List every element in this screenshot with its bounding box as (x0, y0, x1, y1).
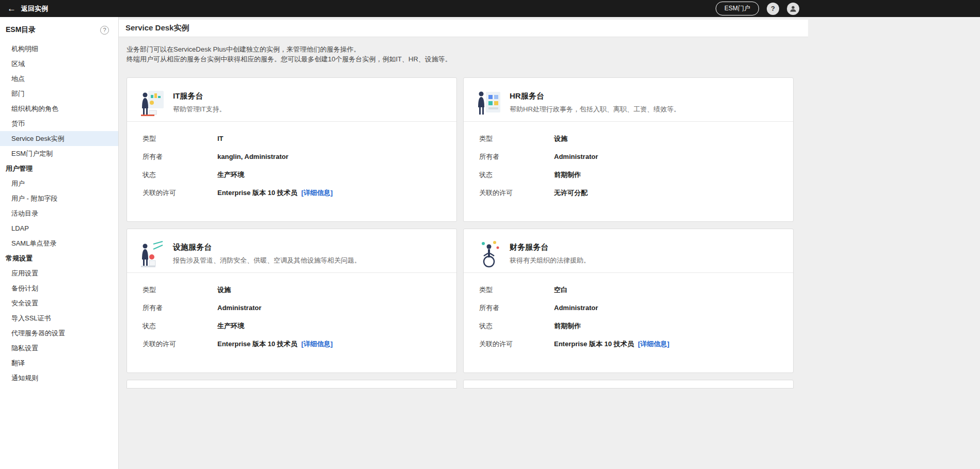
field-value-status: 生产环境 (217, 321, 244, 331)
sidebar-item-active-directory[interactable]: 活动目录 (0, 206, 118, 221)
instance-card-hr: HR服务台 帮助HR处理行政事务，包括入职、离职、工资、绩效等。 类型设施 所有… (463, 77, 794, 222)
field-value-status: 前期制作 (554, 170, 581, 180)
user-avatar-icon[interactable] (787, 3, 799, 15)
field-value-status: 前期制作 (554, 321, 581, 331)
field-value-owner: Administrator (554, 153, 598, 160)
hr-board-illustration (477, 89, 501, 120)
field-label-license: 关联的许可 (143, 339, 217, 349)
sidebar-section-general-settings: 常规设置 (0, 251, 118, 266)
sidebar-item-privacy-settings[interactable]: 隐私设置 (0, 341, 118, 355)
facilities-illustration (140, 240, 165, 271)
instance-card-facilities: 设施服务台 报告涉及管道、消防安全、供暖、空调及其他设施等相关问题。 类型设施 … (127, 229, 457, 373)
sidebar-item-currency[interactable]: 货币 (0, 116, 118, 131)
sidebar-nav: 机构明细 区域 地点 部门 组织机构的角色 货币 Service Desk实例 … (0, 41, 118, 385)
card-subtitle: 获得有关组织的法律援助。 (510, 256, 590, 265)
sidebar-item-regions[interactable]: 区域 (0, 56, 118, 71)
main-area: Service Desk实例 业务部门可以在ServiceDesk Plus中创… (119, 17, 980, 469)
finance-unicycle-illustration (477, 240, 501, 271)
back-to-instances-button[interactable]: ← 返回实例 (0, 4, 48, 13)
field-label-license: 关联的许可 (143, 188, 217, 198)
sidebar-item-esm-portal-customization[interactable]: ESM门户定制 (0, 146, 118, 161)
sidebar-item-service-desk-instances[interactable]: Service Desk实例 (0, 131, 118, 146)
field-label-owner: 所有者 (143, 152, 217, 161)
field-label-owner: 所有者 (479, 152, 554, 161)
instance-card-it: IT服务台 帮助管理IT支持。 类型IT 所有者kanglin, Adminis… (127, 77, 457, 222)
back-arrow-icon[interactable]: ← (7, 4, 16, 13)
field-value-owner: Administrator (554, 304, 598, 312)
card-title: 财务服务台 (510, 240, 590, 252)
field-value-status: 生产环境 (217, 170, 244, 180)
instance-card-partial (127, 380, 457, 389)
field-value-license: 无许可分配 (554, 188, 588, 198)
page-description: 业务部门可以在ServiceDesk Plus中创建独立的实例，来管理他们的服务… (127, 44, 808, 64)
sidebar-header: ESM目录 ? (0, 17, 118, 41)
sidebar-item-org-details[interactable]: 机构明细 (0, 41, 118, 56)
card-subtitle: 帮助HR处理行政事务，包括入职、离职、工资、绩效等。 (510, 105, 681, 114)
topbar: ← 返回实例 ESM门户 ? (0, 0, 980, 17)
field-value-owner: kanglin, Administrator (217, 153, 288, 160)
sidebar-help-icon[interactable]: ? (100, 26, 109, 35)
sidebar: ESM目录 ? 机构明细 区域 地点 部门 组织机构的角色 货币 Service… (0, 17, 119, 469)
topbar-actions: ESM门户 ? (716, 0, 799, 17)
details-link[interactable]: [详细信息] (302, 339, 333, 349)
sidebar-item-notification-rules[interactable]: 通知规则 (0, 370, 118, 385)
field-label-type: 类型 (143, 285, 217, 295)
field-label-license: 关联的许可 (479, 339, 554, 349)
card-subtitle: 报告涉及管道、消防安全、供暖、空调及其他设施等相关问题。 (173, 256, 361, 265)
field-value-type: 设施 (217, 285, 231, 295)
instance-cards-grid: IT服务台 帮助管理IT支持。 类型IT 所有者kanglin, Adminis… (127, 77, 808, 389)
sidebar-item-proxy-settings[interactable]: 代理服务器的设置 (0, 326, 118, 341)
field-label-owner: 所有者 (479, 303, 554, 313)
instance-card-finance: 财务服务台 获得有关组织的法律援助。 类型空白 所有者Administrator… (463, 229, 794, 373)
sidebar-item-security-settings[interactable]: 安全设置 (0, 296, 118, 311)
field-value-type: 设施 (554, 134, 567, 143)
field-label-license: 关联的许可 (479, 188, 554, 198)
esm-portal-button[interactable]: ESM门户 (716, 2, 759, 15)
card-title: 设施服务台 (173, 240, 361, 252)
description-line-2: 终端用户可从相应的服务台实例中获得相应的服务。您可以最多创建10个服务台实例，例… (127, 54, 808, 64)
instance-card-partial (463, 380, 794, 389)
card-subtitle: 帮助管理IT支持。 (173, 105, 226, 114)
field-value-license: Enterprise 版本 10 技术员 (554, 339, 634, 349)
sidebar-item-org-roles[interactable]: 组织机构的角色 (0, 101, 118, 116)
sidebar-item-departments[interactable]: 部门 (0, 86, 118, 101)
sidebar-item-app-settings[interactable]: 应用设置 (0, 266, 118, 281)
field-label-status: 状态 (143, 170, 217, 180)
field-label-status: 状态 (143, 321, 217, 331)
sidebar-section-user-management: 用户管理 (0, 161, 118, 176)
sidebar-item-users-additional-fields[interactable]: 用户 - 附加字段 (0, 191, 118, 206)
sidebar-item-users[interactable]: 用户 (0, 176, 118, 191)
help-icon[interactable]: ? (767, 3, 779, 15)
field-value-license: Enterprise 版本 10 技术员 (217, 339, 297, 349)
sidebar-title: ESM目录 (6, 25, 36, 35)
details-link[interactable]: [详细信息] (638, 339, 670, 349)
field-label-type: 类型 (479, 134, 554, 143)
field-label-status: 状态 (479, 170, 554, 180)
sidebar-item-saml-sso[interactable]: SAML单点登录 (0, 236, 118, 251)
field-value-type: 空白 (554, 285, 567, 295)
field-label-type: 类型 (143, 134, 217, 143)
description-line-1: 业务部门可以在ServiceDesk Plus中创建独立的实例，来管理他们的服务… (127, 44, 808, 54)
sidebar-item-backup-schedule[interactable]: 备份计划 (0, 281, 118, 296)
page-title: Service Desk实例 (125, 23, 189, 33)
sidebar-item-ldap[interactable]: LDAP (0, 221, 118, 236)
sidebar-item-sites[interactable]: 地点 (0, 71, 118, 86)
details-link[interactable]: [详细信息] (302, 188, 333, 198)
card-title: HR服务台 (510, 89, 681, 101)
field-value-type: IT (217, 135, 224, 142)
sidebar-item-translation[interactable]: 翻译 (0, 355, 118, 370)
field-label-status: 状态 (479, 321, 554, 331)
field-label-type: 类型 (479, 285, 554, 295)
field-label-owner: 所有者 (143, 303, 217, 313)
field-value-license: Enterprise 版本 10 技术员 (217, 188, 297, 198)
it-desk-illustration (140, 89, 165, 120)
page-header: Service Desk实例 (119, 20, 808, 37)
card-title: IT服务台 (173, 89, 226, 101)
field-value-owner: Administrator (217, 304, 261, 312)
sidebar-item-import-ssl-certificate[interactable]: 导入SSL证书 (0, 311, 118, 326)
back-label: 返回实例 (21, 4, 48, 13)
